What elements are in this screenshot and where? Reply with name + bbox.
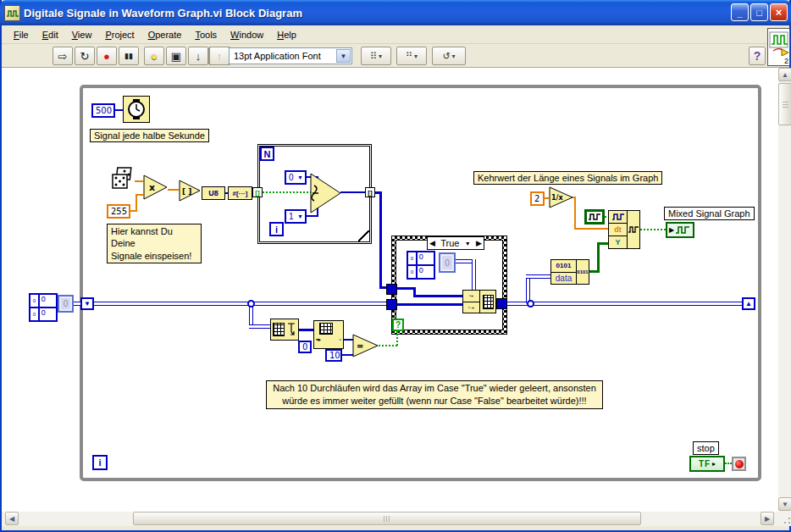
close-button[interactable]: × bbox=[770, 3, 788, 21]
highlight-execution-button[interactable]: ● bbox=[144, 47, 164, 65]
menu-project[interactable]: Project bbox=[98, 28, 141, 42]
vertical-scrollbar[interactable]: ▲ ▼ bbox=[778, 68, 791, 512]
context-help-button[interactable]: ? bbox=[749, 47, 766, 65]
reciprocal-function[interactable]: 1/x bbox=[549, 186, 574, 212]
equal-function[interactable]: = bbox=[352, 334, 379, 361]
menu-file[interactable]: File bbox=[7, 28, 36, 42]
digital-waveform-constant[interactable] bbox=[584, 209, 605, 224]
wire-255-to-multiply[interactable] bbox=[136, 194, 143, 196]
graph-terminal-label[interactable]: Mixed Signal Graph bbox=[664, 207, 755, 220]
wait-ms-constant[interactable]: 500 bbox=[91, 103, 115, 118]
case-input-tunnel-top[interactable] bbox=[386, 284, 397, 295]
pause-button[interactable]: ▮▮ bbox=[119, 47, 139, 65]
wait-ms-function[interactable] bbox=[123, 96, 150, 123]
wire-case-in2[interactable] bbox=[397, 303, 462, 306]
kehrwert-comment[interactable]: Kehrwert der Länge eines Signals im Grap… bbox=[473, 171, 662, 185]
wire-data-to-y[interactable] bbox=[597, 242, 608, 245]
compare-constant-10[interactable]: 10 bbox=[325, 349, 342, 362]
wire-eq-out-h[interactable] bbox=[379, 345, 397, 346]
case-prev-icon[interactable]: ◀ bbox=[429, 239, 435, 247]
menu-operate[interactable]: Operate bbox=[141, 28, 189, 42]
font-selector[interactable]: 13pt Application Font ▼ bbox=[229, 47, 352, 64]
run-continuously-button[interactable]: ↻ bbox=[75, 47, 95, 65]
ring-dropdown-icon[interactable]: ▼ bbox=[297, 175, 305, 180]
array-element-grayed[interactable]: 0 bbox=[58, 295, 74, 313]
resize-grip[interactable] bbox=[778, 512, 791, 526]
number-to-boolean-array[interactable]: #[···] bbox=[228, 186, 252, 200]
ring-constant-0[interactable]: 0▼ bbox=[285, 170, 307, 185]
case-dropdown-icon[interactable]: ▼ bbox=[465, 241, 471, 247]
menu-view[interactable]: View bbox=[65, 28, 99, 42]
wire-main-array-left[interactable] bbox=[94, 302, 389, 306]
wire-data-out-v[interactable] bbox=[597, 242, 600, 273]
run-button[interactable]: ⇨ bbox=[53, 47, 73, 65]
wire-size-to-index[interactable] bbox=[299, 329, 313, 331]
scale-constant-255[interactable]: 255 bbox=[107, 204, 130, 219]
mixed-signal-graph-terminal[interactable]: ▶ bbox=[666, 222, 694, 238]
wire-stop-to-condition[interactable] bbox=[725, 463, 732, 464]
distribute-objects-button[interactable]: ⠛▾ bbox=[396, 47, 427, 65]
menu-help[interactable]: Help bbox=[270, 28, 303, 42]
multiply-function[interactable]: x bbox=[143, 175, 169, 203]
index-array-function[interactable]: ▪▸ ▫ bbox=[313, 320, 344, 349]
constant-2[interactable]: 2 bbox=[530, 191, 545, 206]
case-selector-terminal[interactable]: ? bbox=[392, 319, 404, 331]
horizontal-scroll-thumb[interactable] bbox=[133, 512, 641, 525]
stop-label[interactable]: stop bbox=[693, 441, 719, 455]
case-selector-label[interactable]: ◀ True ▼ ▶ bbox=[427, 236, 484, 250]
maximize-button[interactable]: □ bbox=[750, 3, 768, 21]
menu-tools[interactable]: Tools bbox=[188, 28, 224, 42]
index-constant-0[interactable]: 0 bbox=[298, 341, 312, 353]
ring-dropdown-icon[interactable]: ▼ bbox=[297, 213, 305, 219]
wire-forloop-exit-v[interactable] bbox=[379, 191, 382, 289]
for-loop-count-terminal[interactable]: N bbox=[260, 147, 274, 161]
array-elements[interactable]: 0 0 bbox=[417, 252, 434, 279]
for-loop-input-tunnel[interactable]: [] bbox=[252, 187, 263, 197]
vi-icon[interactable]: 2 bbox=[767, 28, 790, 66]
case-next-icon[interactable]: ▶ bbox=[476, 239, 482, 247]
loop-condition-terminal[interactable] bbox=[732, 457, 746, 471]
wire-waveform-to-graph[interactable] bbox=[640, 229, 666, 230]
build-digital-data-function[interactable]: 0101 data 0101 bbox=[550, 259, 589, 285]
menu-edit[interactable]: Edit bbox=[36, 28, 65, 42]
abort-button[interactable]: ● bbox=[97, 47, 117, 65]
menu-window[interactable]: Window bbox=[224, 28, 270, 42]
horizontal-scrollbar[interactable]: ◀ ▶ bbox=[2, 512, 778, 526]
feed-comment[interactable]: Hier kannst Du Deine Signale einspeisen! bbox=[107, 224, 202, 263]
step-into-button[interactable]: ↓ bbox=[188, 47, 208, 65]
wire-case-const-v[interactable] bbox=[472, 259, 476, 291]
array-size-function[interactable] bbox=[270, 319, 299, 341]
stop-boolean-terminal[interactable]: TF ▸ bbox=[689, 456, 725, 472]
wire-bool-to-select[interactable] bbox=[263, 191, 312, 193]
scroll-left-button[interactable]: ◀ bbox=[5, 512, 19, 525]
build-array-function[interactable]: ▫+ ▫·+ bbox=[462, 290, 496, 313]
wire-recip-to-dt[interactable] bbox=[574, 228, 608, 230]
minimize-button[interactable]: _ bbox=[731, 3, 749, 21]
case-selector-value[interactable]: True bbox=[440, 238, 459, 248]
array-element-grayed[interactable]: 0 bbox=[439, 252, 456, 273]
wire-case-in1-h2[interactable] bbox=[413, 295, 462, 297]
reorder-button[interactable]: ↺▾ bbox=[432, 47, 466, 65]
wire-to-data-h[interactable] bbox=[526, 274, 550, 279]
array-index-display[interactable]: 0 0 bbox=[30, 294, 39, 321]
build-waveform-function[interactable]: dt Y bbox=[608, 210, 640, 249]
for-loop-iteration-terminal[interactable]: i bbox=[269, 222, 284, 236]
wire-255-v[interactable] bbox=[136, 194, 137, 212]
select-function[interactable] bbox=[310, 173, 342, 217]
timing-comment[interactable]: Signal jede halbe Sekunde bbox=[90, 129, 209, 142]
case-comment[interactable]: Nach 10 Durchläufen wird das Array im Ca… bbox=[266, 380, 603, 409]
random-number-function[interactable] bbox=[109, 166, 136, 197]
wire-recip-v[interactable] bbox=[574, 197, 576, 229]
wire-eq-out-v[interactable] bbox=[396, 331, 398, 346]
font-selector-dropdown-icon[interactable]: ▼ bbox=[336, 49, 351, 63]
wire-main-array-right[interactable] bbox=[507, 302, 744, 306]
empty-array-constant[interactable]: 0 0 0 0 bbox=[407, 251, 435, 280]
while-loop-iteration-terminal[interactable]: i bbox=[92, 455, 108, 470]
scroll-right-button[interactable]: ▶ bbox=[761, 512, 774, 525]
wire-multiply-to-round[interactable] bbox=[168, 189, 179, 191]
align-objects-button[interactable]: ⠿▾ bbox=[361, 47, 391, 65]
to-u8-conversion[interactable]: U8 bbox=[202, 186, 225, 200]
wire-select-out[interactable] bbox=[340, 191, 365, 193]
wire-case-in1-h[interactable] bbox=[397, 287, 415, 290]
case-output-tunnel[interactable] bbox=[496, 298, 507, 309]
